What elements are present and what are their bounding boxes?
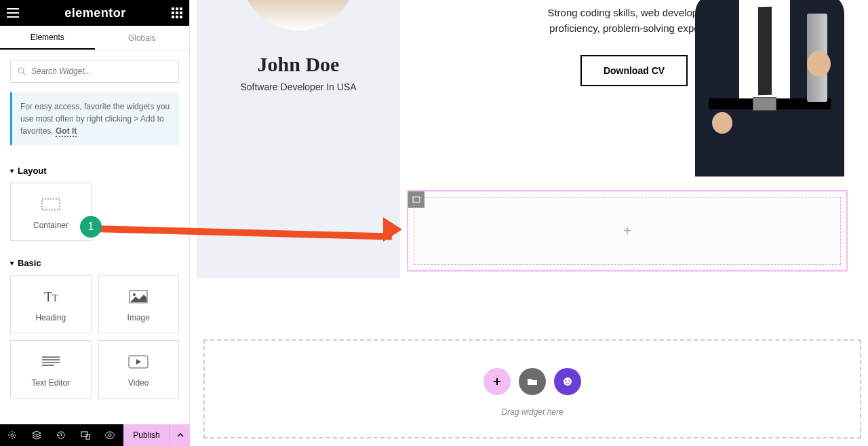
plus-icon[interactable]: + xyxy=(623,223,631,239)
widget-label: Heading xyxy=(35,313,66,322)
logo: elementor xyxy=(64,6,126,20)
drag-hint: Drag widget here xyxy=(205,407,860,417)
text-editor-icon xyxy=(42,351,60,373)
widget-container[interactable]: Container xyxy=(10,183,92,241)
hero-image xyxy=(675,0,861,176)
widget-dropzone[interactable]: Drag widget here xyxy=(203,339,861,439)
profile-name: John Doe xyxy=(197,53,400,76)
apps-icon[interactable] xyxy=(172,7,182,18)
image-icon xyxy=(129,286,148,308)
svg-point-22 xyxy=(566,380,567,382)
widget-heading[interactable]: TT Heading xyxy=(10,275,92,333)
svg-point-0 xyxy=(18,68,24,73)
folder-button[interactable] xyxy=(519,368,546,395)
preview-icon[interactable] xyxy=(98,424,122,446)
sidebar-header: elementor xyxy=(0,0,189,26)
widget-label: Image xyxy=(127,313,150,322)
sidebar: elementor Elements Globals For easy acce… xyxy=(0,0,190,446)
menu-icon[interactable] xyxy=(7,8,19,18)
tab-globals[interactable]: Globals xyxy=(95,26,190,50)
svg-point-17 xyxy=(108,434,111,436)
search-input[interactable] xyxy=(31,67,172,76)
tip-got-it[interactable]: Got It xyxy=(56,126,77,137)
section-basic[interactable]: Basic xyxy=(0,251,189,275)
tab-elements[interactable]: Elements xyxy=(0,26,95,50)
container-inner[interactable]: + xyxy=(414,197,841,265)
svg-point-6 xyxy=(133,293,136,296)
canvas: John Doe Software Developer In USA Stron… xyxy=(190,0,868,446)
search-box[interactable] xyxy=(10,60,179,83)
widget-label: Video xyxy=(128,378,149,388)
profile-role: Software Developer In USA xyxy=(197,81,400,92)
widget-label: Text Editor xyxy=(31,378,70,388)
container-icon xyxy=(41,193,60,215)
publish-button[interactable]: Publish xyxy=(123,424,170,446)
svg-text:T: T xyxy=(44,289,52,304)
svg-rect-2 xyxy=(42,199,60,210)
svg-point-21 xyxy=(564,377,572,386)
widget-video[interactable]: Video xyxy=(98,340,180,398)
widget-label: Container xyxy=(33,221,68,230)
download-cv-button[interactable]: Download CV xyxy=(580,55,688,86)
responsive-icon[interactable] xyxy=(73,424,98,446)
profile-column: John Doe Software Developer In USA xyxy=(197,0,400,278)
add-section-button[interactable] xyxy=(484,368,511,395)
svg-line-1 xyxy=(23,73,25,75)
publish-caret[interactable] xyxy=(170,424,190,446)
avatar xyxy=(241,0,356,31)
svg-point-13 xyxy=(11,434,14,436)
widget-image[interactable]: Image xyxy=(98,275,180,333)
layers-icon[interactable] xyxy=(24,424,49,446)
settings-icon[interactable] xyxy=(0,424,24,446)
svg-text:T: T xyxy=(52,293,58,303)
history-icon[interactable] xyxy=(49,424,73,446)
tip-text: For easy access, favorite the widgets yo… xyxy=(20,102,170,136)
ai-button[interactable] xyxy=(554,368,581,395)
search-icon xyxy=(18,67,26,75)
sidebar-footer: Publish xyxy=(0,424,190,446)
tabs: Elements Globals xyxy=(0,26,189,50)
widget-text-editor[interactable]: Text Editor xyxy=(10,340,92,398)
container-dropzone[interactable]: + xyxy=(407,190,848,272)
svg-point-23 xyxy=(569,380,570,382)
tip-box: For easy access, favorite the widgets yo… xyxy=(10,92,179,145)
svg-marker-14 xyxy=(33,431,41,435)
heading-icon: TT xyxy=(41,286,60,308)
section-layout[interactable]: Layout xyxy=(0,159,189,183)
video-icon xyxy=(128,351,149,373)
svg-marker-12 xyxy=(136,359,141,365)
